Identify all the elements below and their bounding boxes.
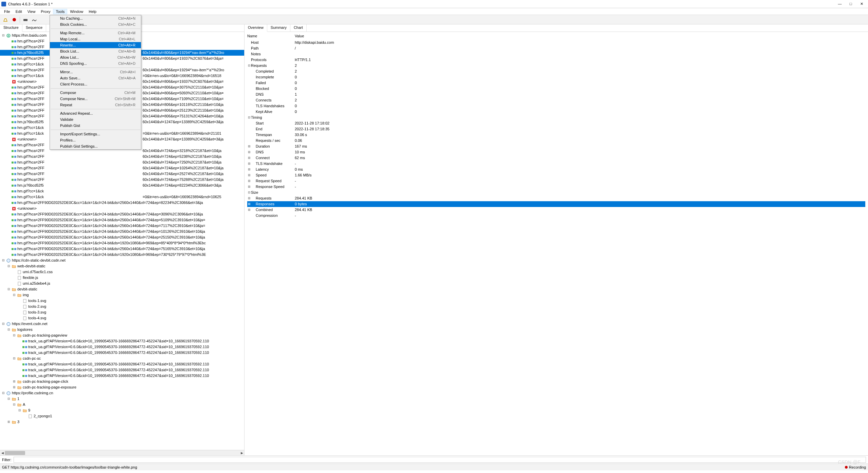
tree-row[interactable]: ⊟csdn-pc-tracking-pageview (0, 333, 244, 338)
scroll-right-icon[interactable]: ▶ (239, 450, 244, 456)
expand-icon[interactable]: ⊟ (247, 115, 251, 120)
menu-window[interactable]: Window (67, 9, 86, 14)
tree-row[interactable]: hm.js?6bcd52f560x1440&vl=724&ep=82234%2C… (0, 183, 244, 188)
tree-row[interactable]: tools-4.svg (0, 315, 244, 321)
overview-row[interactable]: Hosthttp://diskapi.baidu.com (247, 40, 865, 45)
horizontal-scrollbar[interactable]: ◀ ▶ (0, 450, 244, 455)
close-button[interactable]: ✕ (858, 2, 865, 6)
overview-row[interactable]: ⊞Combined284.41 KB (247, 207, 865, 213)
menuitem-publish-gist[interactable]: Publish Gist (50, 122, 141, 129)
menuitem-repeat[interactable]: RepeatCtrl+Shift+R (50, 102, 141, 108)
menuitem-no-caching-[interactable]: No Caching...Ctrl+Alt+N (50, 15, 141, 21)
overview-row[interactable]: ⊞TLS Handshake- (247, 161, 865, 167)
expand-icon[interactable]: ⊟ (12, 356, 16, 361)
menuitem-import-export-settings-[interactable]: Import/Export Settings... (50, 131, 141, 137)
tree-row[interactable]: track_ua.gif?APIVersion=0.6.0&cid=10_199… (0, 361, 244, 367)
filter-input[interactable] (14, 457, 866, 463)
menuitem-publish-gist-settings-[interactable]: Publish Gist Settings... (50, 143, 141, 149)
scroll-thumb[interactable] (5, 451, 25, 455)
expand-icon[interactable]: ⊞ (247, 144, 251, 149)
tab-structure[interactable]: Structure (0, 24, 22, 32)
tree-row[interactable]: hm.gif?hca=2FF60x1440&vl=724&ep=5238%2C2… (0, 154, 244, 159)
menuitem-compose-new-[interactable]: Compose New...Ctrl+Shift+M (50, 96, 141, 102)
tree-row[interactable]: ⊞csdn-pc-tracking-page-click (0, 379, 244, 384)
expand-icon[interactable]: ⊟ (12, 333, 16, 338)
tree-row[interactable]: ⊟img (0, 292, 244, 298)
overview-row[interactable]: ⊞Duration167 ms (247, 144, 865, 149)
overview-row[interactable]: Completed2 (247, 69, 865, 74)
overview-row[interactable]: Compression- (247, 213, 865, 219)
overview-row[interactable]: ⊞Request Speed- (247, 178, 865, 184)
tree-row[interactable]: ⊟logstores (0, 327, 244, 333)
menuitem-auto-save-[interactable]: Auto Save...Ctrl+Alt+A (50, 75, 141, 81)
overview-row[interactable]: Failed0 (247, 80, 865, 86)
menu-view[interactable]: View (25, 9, 38, 14)
overview-row[interactable]: Connects2 (247, 97, 865, 103)
tab-overview[interactable]: Overview (245, 24, 267, 32)
tree-row[interactable]: ⊟https://cdn-static-devbit.csdn.net (0, 258, 244, 263)
overview-row[interactable]: Requests / sec0.06 (247, 138, 865, 144)
expand-icon[interactable]: ⊟ (7, 263, 11, 269)
menuitem-map-local-[interactable]: Map Local...Ctrl+Alt+L (50, 36, 141, 42)
expand-icon[interactable]: ⊞ (12, 384, 16, 390)
expand-icon[interactable]: ⊞ (247, 155, 251, 161)
tree-row[interactable]: umi.a25debe4.js (0, 281, 244, 286)
menuitem-block-list-[interactable]: Block List...Ctrl+Alt+B (50, 48, 141, 54)
overview-row[interactable]: ⊞Speed1.66 MB/s (247, 172, 865, 178)
menuitem-mirror-[interactable]: Mirror...Ctrl+Alt+I (50, 69, 141, 75)
tree-row[interactable]: hm.gif?hca=2FF60x1440&vl=724&ep=10264%2C… (0, 165, 244, 171)
tree-row[interactable]: hm.gif?hca=2FF60x1440&vl=724&ep=25274%2C… (0, 171, 244, 177)
overview-row[interactable]: ⊟Requests2 (247, 63, 865, 69)
expand-icon[interactable]: ⊟ (247, 190, 251, 195)
overview-row[interactable]: DNS1 (247, 92, 865, 97)
tree-row[interactable]: hm.gif?hca=2FF90D020252DE0C&cc=1&ck=1&cl… (0, 200, 244, 206)
throttle-button[interactable] (22, 16, 29, 23)
tab-summary[interactable]: Summary (267, 24, 290, 32)
tree-row[interactable]: ⊟https://event.csdn.net (0, 321, 244, 327)
expand-icon[interactable]: ⊟ (1, 390, 5, 396)
expand-icon[interactable]: ⊞ (247, 195, 251, 201)
clear-button[interactable] (2, 16, 9, 23)
overview-row[interactable]: ⊞Requests284.41 KB (247, 195, 865, 201)
tree-row[interactable]: hm.gif?hca=2FF90D020252DE0C&cc=1&ck=1&cl… (0, 211, 244, 217)
tree-row[interactable]: tools-1.svg (0, 298, 244, 304)
menuitem-client-process-[interactable]: Client Process... (50, 81, 141, 87)
expand-icon[interactable]: ⊞ (247, 201, 251, 207)
expand-icon[interactable]: ⊞ (247, 207, 251, 213)
tree-row[interactable]: umi.d75ac6c1.css (0, 269, 244, 275)
tree-row[interactable]: tools-3.svg (0, 309, 244, 315)
tree-row[interactable]: tools-2.svg (0, 304, 244, 309)
tree-row[interactable]: hm.gif?hca=2FF90D020252DE0C&cc=1&ck=1&cl… (0, 234, 244, 240)
tree-row[interactable]: ⊞csdn-pc-tracking-page-exposure (0, 384, 244, 390)
expand-icon[interactable]: ⊞ (247, 167, 251, 172)
tree-row[interactable]: track_ua.gif?APIVersion=0.6.0&cid=10_199… (0, 367, 244, 373)
expand-icon[interactable]: ⊞ (247, 172, 251, 178)
tree-row[interactable]: ⊟A (0, 402, 244, 408)
expand-icon[interactable]: ⊟ (1, 258, 5, 263)
tree-row[interactable]: 2_cpongo1 (0, 413, 244, 419)
expand-icon[interactable]: ⊟ (7, 327, 11, 333)
menuitem-compose[interactable]: ComposeCtrl+M (50, 90, 141, 96)
tools-menu[interactable]: No Caching...Ctrl+Alt+NBlock Cookies...C… (50, 15, 141, 150)
tree-row[interactable]: hm.gif?hca=2FF90D020252DE0C&cc=1&ck=1&cl… (0, 223, 244, 229)
tree-row[interactable]: hm.gif?hca=2FF60x1440&vl=724&ep=7250%2C2… (0, 159, 244, 165)
minimize-button[interactable]: — (837, 2, 843, 6)
tab-chart[interactable]: Chart (290, 24, 307, 32)
overview-row[interactable]: Path/ (247, 45, 865, 51)
tree-row[interactable]: ⊟web-devbit-static (0, 263, 244, 269)
menuitem-block-cookies-[interactable]: Block Cookies...Ctrl+Alt+C (50, 21, 141, 27)
maximize-button[interactable]: □ (848, 2, 854, 6)
overview-row[interactable]: Kept Alive0 (247, 109, 865, 115)
tree-row[interactable]: ⊟devbit-static (0, 286, 244, 292)
expand-icon[interactable]: ⊞ (12, 379, 16, 384)
expand-icon[interactable]: ⊟ (1, 321, 5, 327)
scroll-left-icon[interactable]: ◀ (0, 450, 5, 456)
tree-row[interactable]: hm.gif?hca=2FF90D020252DE0C&cc=1&ck=1&cl… (0, 252, 244, 258)
tree-row[interactable]: ⊞3 (0, 419, 244, 425)
overview-row[interactable]: Incomplete0 (247, 74, 865, 80)
tree-row[interactable]: hm.gif?cc=1&ck=0&ln=en-us&lo=0&lt=166962… (0, 194, 244, 200)
menuitem-map-remote-[interactable]: Map Remote...Ctrl+Alt+M (50, 30, 141, 36)
expand-icon[interactable]: ⊟ (12, 402, 16, 408)
tree-row[interactable]: ⊟9 (0, 408, 244, 413)
menuitem-profiles-[interactable]: Profiles... (50, 137, 141, 143)
